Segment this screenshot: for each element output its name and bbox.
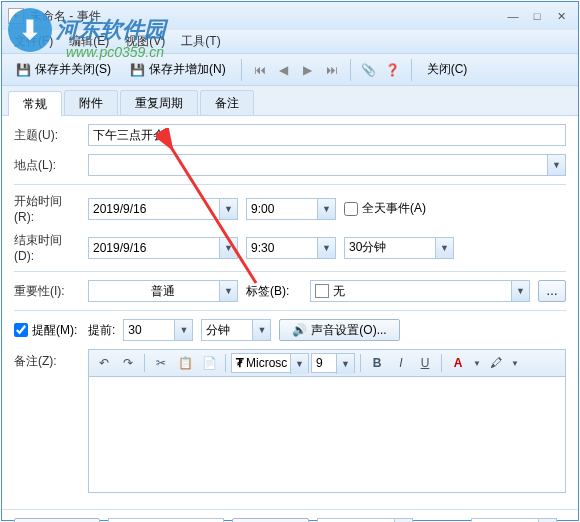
location-label: 地点(L): xyxy=(14,157,80,174)
close-button[interactable]: 关闭(C) xyxy=(420,57,475,82)
chevron-down-icon[interactable]: ▼ xyxy=(219,281,237,301)
tag-more-button[interactable]: … xyxy=(538,280,566,302)
copy-button[interactable]: 📋 xyxy=(174,352,196,374)
underline-button[interactable]: U xyxy=(414,352,436,374)
start-time-combo[interactable]: 9:00 ▼ xyxy=(246,198,336,220)
importance-label: 重要性(I): xyxy=(14,283,80,300)
font-name-combo[interactable]: ₮ Microsc ▼ xyxy=(231,353,309,373)
duration-value: 30分钟 xyxy=(349,239,386,256)
contacts-input[interactable] xyxy=(108,518,224,522)
memo-textarea[interactable] xyxy=(88,377,566,493)
reminder-checkbox[interactable]: 提醒(M): xyxy=(14,322,80,339)
tab-notes[interactable]: 备注 xyxy=(200,90,254,115)
bottom-bar: 联系人... 组别(G)... 默认分组 ▼ 私有 SYSDBA ▼ xyxy=(2,509,578,522)
start-label: 开始时间(R): xyxy=(14,193,80,224)
tag-value: 无 xyxy=(333,283,345,300)
menu-edit[interactable]: 编辑(E) xyxy=(61,31,117,52)
nav-next-button[interactable]: ▶ xyxy=(298,60,318,80)
group-combo[interactable]: 默认分组 ▼ xyxy=(317,518,413,522)
minimize-button[interactable]: — xyxy=(502,7,524,25)
allday-checkbox[interactable]: 全天事件(A) xyxy=(344,200,426,217)
sound-settings-button[interactable]: 🔊 声音设置(O)... xyxy=(279,319,399,341)
menu-file[interactable]: 文件(F) xyxy=(6,31,61,52)
maximize-button[interactable]: □ xyxy=(526,7,548,25)
contacts-button[interactable]: 联系人... xyxy=(14,518,100,522)
nav-last-button[interactable]: ⏭ xyxy=(322,60,342,80)
separator xyxy=(350,59,351,81)
reminder-unit-combo[interactable]: 分钟 ▼ xyxy=(201,319,271,341)
nav-first-button[interactable]: ⏮ xyxy=(250,60,270,80)
save-close-label: 保存并关闭(S) xyxy=(35,61,111,78)
chevron-down-icon[interactable]: ▼ xyxy=(317,238,335,258)
start-date-combo[interactable]: 2019/9/16 ▼ xyxy=(88,198,238,220)
allday-input[interactable] xyxy=(344,202,358,216)
end-time-combo[interactable]: 9:30 ▼ xyxy=(246,237,336,259)
group-button[interactable]: 组别(G)... xyxy=(232,518,309,522)
tab-attachment[interactable]: 附件 xyxy=(64,90,118,115)
reminder-value-combo[interactable]: 30 ▼ xyxy=(123,319,193,341)
tab-recurrence[interactable]: 重复周期 xyxy=(120,90,198,115)
save-add-icon: 💾 xyxy=(129,62,145,78)
subject-label: 主题(U): xyxy=(14,127,80,144)
memo-label: 备注(Z): xyxy=(14,349,80,370)
chevron-down-icon[interactable]: ▼ xyxy=(511,281,529,301)
end-date-value: 2019/9/16 xyxy=(93,241,146,255)
paste-button[interactable]: 📄 xyxy=(198,352,220,374)
event-window: ✦ 未命名 - 事件 — □ ✕ 文件(F) 编辑(E) 视图(V) 工具(T)… xyxy=(1,1,579,521)
font-color-drop[interactable]: ▼ xyxy=(471,352,483,374)
chevron-down-icon[interactable]: ▼ xyxy=(174,320,192,340)
end-date-combo[interactable]: 2019/9/16 ▼ xyxy=(88,237,238,259)
close-window-button[interactable]: ✕ xyxy=(550,7,572,25)
window-controls: — □ ✕ xyxy=(502,7,572,25)
chevron-down-icon[interactable]: ▼ xyxy=(290,354,308,374)
save-icon: 💾 xyxy=(15,62,31,78)
highlight-drop[interactable]: ▼ xyxy=(509,352,521,374)
bold-button[interactable]: B xyxy=(366,352,388,374)
app-icon: ✦ xyxy=(8,8,24,24)
save-add-label: 保存并增加(N) xyxy=(149,61,226,78)
chevron-down-icon[interactable]: ▼ xyxy=(219,238,237,258)
importance-combo[interactable]: 普通 ▼ xyxy=(88,280,238,302)
color-swatch xyxy=(315,284,329,298)
end-label: 结束时间(D): xyxy=(14,232,80,263)
duration-combo[interactable]: 30分钟 ▼ xyxy=(344,237,454,259)
chevron-down-icon[interactable]: ▼ xyxy=(219,199,237,219)
italic-button[interactable]: I xyxy=(390,352,412,374)
save-add-button[interactable]: 💾 保存并增加(N) xyxy=(122,57,233,82)
chevron-down-icon[interactable]: ▼ xyxy=(252,320,270,340)
menu-view[interactable]: 视图(V) xyxy=(117,31,173,52)
editor-wrap: ↶ ↷ ✂ 📋 📄 ₮ Microsc ▼ 9 ▼ xyxy=(88,349,566,493)
importance-value: 普通 xyxy=(151,283,175,300)
highlight-button[interactable]: 🖍 xyxy=(485,352,507,374)
reminder-value: 30 xyxy=(128,323,141,337)
attachment-button[interactable]: 📎 xyxy=(359,60,379,80)
location-combo[interactable]: ▼ xyxy=(88,154,566,176)
start-date-value: 2019/9/16 xyxy=(93,202,146,216)
tab-general[interactable]: 常规 xyxy=(8,91,62,116)
cut-button[interactable]: ✂ xyxy=(150,352,172,374)
chevron-down-icon[interactable]: ▼ xyxy=(317,199,335,219)
undo-button[interactable]: ↶ xyxy=(93,352,115,374)
sound-label: 声音设置(O)... xyxy=(311,322,386,339)
font-color-button[interactable]: A xyxy=(447,352,469,374)
help-button[interactable]: ❓ xyxy=(383,60,403,80)
nav-prev-button[interactable]: ◀ xyxy=(274,60,294,80)
owner-combo[interactable]: SYSDBA ▼ xyxy=(471,518,557,522)
tag-label: 标签(B): xyxy=(246,283,302,300)
font-size-combo[interactable]: 9 ▼ xyxy=(311,353,355,373)
close-label: 关闭(C) xyxy=(427,61,468,78)
chevron-down-icon[interactable]: ▼ xyxy=(547,155,565,175)
reminder-input[interactable] xyxy=(14,323,28,337)
chevron-down-icon[interactable]: ▼ xyxy=(336,354,354,374)
window-title: 未命名 - 事件 xyxy=(30,8,502,25)
subject-input[interactable] xyxy=(88,124,566,146)
reminder-before-label: 提前: xyxy=(88,322,115,339)
save-close-button[interactable]: 💾 保存并关闭(S) xyxy=(8,57,118,82)
tag-combo[interactable]: 无 ▼ xyxy=(310,280,530,302)
menu-tool[interactable]: 工具(T) xyxy=(173,31,228,52)
titlebar: ✦ 未命名 - 事件 — □ ✕ xyxy=(2,2,578,30)
end-time-value: 9:30 xyxy=(251,241,274,255)
redo-button[interactable]: ↷ xyxy=(117,352,139,374)
chevron-down-icon[interactable]: ▼ xyxy=(435,238,453,258)
tabs: 常规 附件 重复周期 备注 xyxy=(2,86,578,116)
